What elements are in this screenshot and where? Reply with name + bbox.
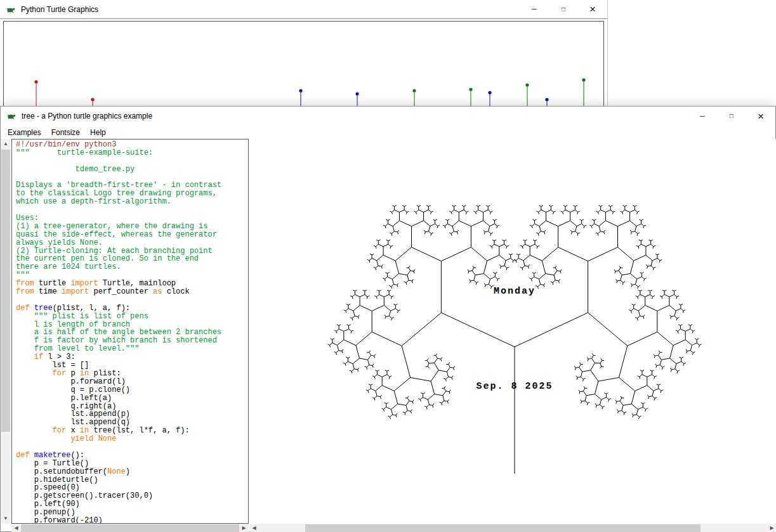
minimize-icon: ─ <box>700 113 705 120</box>
bg-minimize-button[interactable]: ─ <box>520 0 549 18</box>
code-text: #!/usr/bin/env python3""" turtle-example… <box>16 141 221 524</box>
menu-help[interactable]: Help <box>85 127 111 138</box>
code-hscroll-thumb[interactable] <box>21 524 239 532</box>
code-vscroll-thumb[interactable] <box>1 150 10 432</box>
canvas-label-0: Monday <box>494 286 536 297</box>
scroll-down-button[interactable]: ▼ <box>1 514 11 524</box>
fg-maximize-button[interactable]: □ <box>717 107 746 126</box>
code-line: """ turtle-example-suite: <box>16 149 221 157</box>
code-scroll-left-button[interactable]: ◀ <box>11 524 21 532</box>
canvas-scroll-right-button[interactable]: ▶ <box>767 524 776 532</box>
code-line: yield None <box>16 435 221 443</box>
maximize-icon: □ <box>562 6 565 13</box>
left-arrow-icon: ◀ <box>252 526 256 531</box>
code-line: there are 1024 turtles. <box>16 263 221 271</box>
right-arrow-icon: ▶ <box>770 526 773 531</box>
fg-titlebar: tree - a Python turtle graphics example … <box>1 107 775 126</box>
turtle-app-icon <box>6 4 16 15</box>
canvas-horizontal-scrollbar[interactable]: ◀ ▶ <box>249 524 776 532</box>
fg-window-controls: ─ □ × <box>688 107 775 126</box>
code-scroll-right-button[interactable]: ▶ <box>239 524 249 532</box>
code-horizontal-scrollbar[interactable]: ◀ ▶ <box>11 524 249 532</box>
bg-close-button[interactable]: × <box>578 0 607 18</box>
bg-window-controls: ─ □ × <box>520 0 607 18</box>
canvas-scroll-left-button[interactable]: ◀ <box>249 524 259 532</box>
right-arrow-icon: ▶ <box>242 526 246 531</box>
scroll-up-button[interactable]: ▲ <box>1 139 11 149</box>
code-line: which use a depth-first-algorithm. <box>16 198 221 206</box>
turtle-app-icon <box>6 111 16 121</box>
fg-close-button[interactable]: × <box>746 107 775 126</box>
code-line <box>16 206 221 214</box>
menu-fontsize[interactable]: Fontsize <box>46 127 85 138</box>
turtle-canvas: MondaySep. 8 2025 <box>249 139 776 524</box>
bg-titlebar: Python Turtle Graphics ─ □ × <box>0 0 607 19</box>
fg-minimize-button[interactable]: ─ <box>688 107 717 126</box>
minimize-icon: ─ <box>532 6 537 13</box>
fg-window-title: tree - a Python turtle graphics example <box>22 112 688 120</box>
code-line: p.forward(-210) <box>16 517 221 524</box>
close-icon: × <box>758 111 764 122</box>
tree-demo-window: tree - a Python turtle graphics example … <box>0 106 776 532</box>
canvas-hscroll-thumb[interactable] <box>305 524 700 532</box>
menu-examples[interactable]: Examples <box>3 127 46 138</box>
close-icon: × <box>589 4 596 15</box>
bg-maximize-button[interactable]: □ <box>549 0 578 18</box>
canvas-label-1: Sep. 8 2025 <box>476 381 553 392</box>
left-arrow-icon: ◀ <box>14 526 18 531</box>
menu-bar: Examples Fontsize Help <box>1 126 775 139</box>
code-vertical-scrollbar[interactable]: ▲ ▼ <box>1 139 11 524</box>
code-editor[interactable]: #!/usr/bin/env python3""" turtle-example… <box>11 139 249 524</box>
down-arrow-icon: ▼ <box>3 516 8 521</box>
maximize-icon: □ <box>730 113 733 119</box>
up-arrow-icon: ▲ <box>3 141 8 146</box>
bg-window-title: Python Turtle Graphics <box>21 5 520 14</box>
code-line: from time import perf_counter as clock <box>16 288 221 296</box>
fractal-tree-drawing <box>249 139 776 524</box>
mini-trees-drawing <box>4 22 603 117</box>
code-line: tdemo_tree.py <box>16 165 221 174</box>
